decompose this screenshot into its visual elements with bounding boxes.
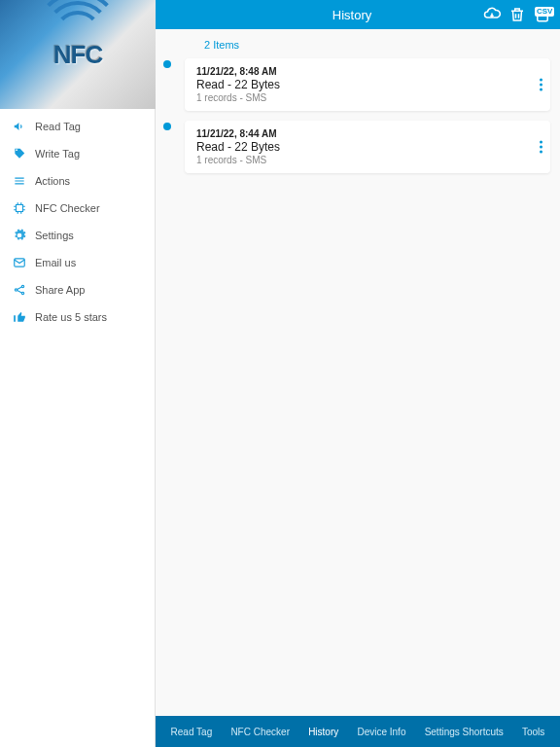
history-subtitle: 1 records - SMS [196,155,539,165]
history-date: 11/21/22, 8:44 AM [196,128,539,139]
tab-nfc-checker[interactable]: NFC Checker [227,723,294,741]
tab-settings-shortcuts[interactable]: Settings Shortcuts [421,723,508,741]
sidebar-item-label: Settings [35,230,74,241]
timeline-dot-icon [163,60,171,68]
sidebar-item-email-us[interactable]: Email us [0,249,155,276]
sidebar-item-label: Actions [35,175,70,187]
tab-read-tag[interactable]: Read Tag [167,723,217,741]
header-bar: History CSV [156,0,560,29]
history-item: 11/21/22, 8:48 AM Read - 22 Bytes 1 reco… [185,58,550,111]
thumbs-up-icon [12,309,27,325]
sidebar-menu: Read Tag Write Tag Actions NFC Checker [0,109,155,747]
more-options-button[interactable] [540,141,542,154]
list-icon [12,173,27,189]
mail-icon [12,255,27,270]
gear-icon [12,228,27,243]
tab-device-info[interactable]: Device Info [353,723,409,741]
trash-button[interactable] [508,5,527,24]
sidebar-item-actions[interactable]: Actions [0,167,155,195]
csv-label: CSV [535,7,554,17]
sidebar-item-label: Share App [35,284,85,296]
history-card[interactable]: 11/21/22, 8:44 AM Read - 22 Bytes 1 reco… [185,121,550,173]
tag-icon [12,146,27,161]
sidebar-item-rate-us[interactable]: Rate us 5 stars [0,303,155,331]
share-icon [12,282,27,298]
export-csv-button[interactable]: CSV [533,5,552,24]
sidebar-item-settings[interactable]: Settings [0,222,155,249]
timeline-dot-icon [163,123,171,130]
svg-point-1 [15,289,17,291]
sidebar-item-read-tag[interactable]: Read Tag [0,113,155,140]
megaphone-icon [12,119,27,134]
sidebar-item-label: Rate us 5 stars [35,311,107,323]
sidebar-item-nfc-checker[interactable]: NFC Checker [0,195,155,222]
history-date: 11/21/22, 8:48 AM [196,66,539,77]
history-subtitle: 1 records - SMS [196,92,539,103]
tab-tools[interactable]: Tools [518,723,548,741]
main-panel: History CSV 2 Items 11/21/22, 8:48 A [156,0,560,747]
content-area: 2 Items 11/21/22, 8:48 AM Read - 22 Byte… [156,29,560,716]
history-card[interactable]: 11/21/22, 8:48 AM Read - 22 Bytes 1 reco… [185,58,550,111]
bottom-tab-bar: Read Tag NFC Checker History Device Info… [156,716,560,747]
page-title: History [222,8,482,22]
sidebar: NFC Read Tag Write Tag Actions [0,0,156,747]
svg-point-2 [21,285,23,287]
sidebar-item-label: Write Tag [35,148,80,160]
app-logo: NFC [0,0,156,109]
history-title: Read - 22 Bytes [196,140,539,154]
cloud-download-button[interactable] [482,5,502,24]
svg-point-3 [21,292,23,294]
sidebar-item-label: NFC Checker [35,202,100,214]
sidebar-item-write-tag[interactable]: Write Tag [0,140,155,167]
history-item: 11/21/22, 8:44 AM Read - 22 Bytes 1 reco… [185,121,550,173]
sidebar-item-label: Read Tag [35,121,81,132]
logo-text: NFC [53,40,102,70]
sidebar-item-label: Email us [35,257,76,268]
items-count: 2 Items [156,29,560,58]
sidebar-item-share-app[interactable]: Share App [0,276,155,303]
chip-icon [12,200,27,216]
history-title: Read - 22 Bytes [196,78,539,91]
more-options-button[interactable] [540,79,542,91]
tab-history[interactable]: History [304,723,342,741]
